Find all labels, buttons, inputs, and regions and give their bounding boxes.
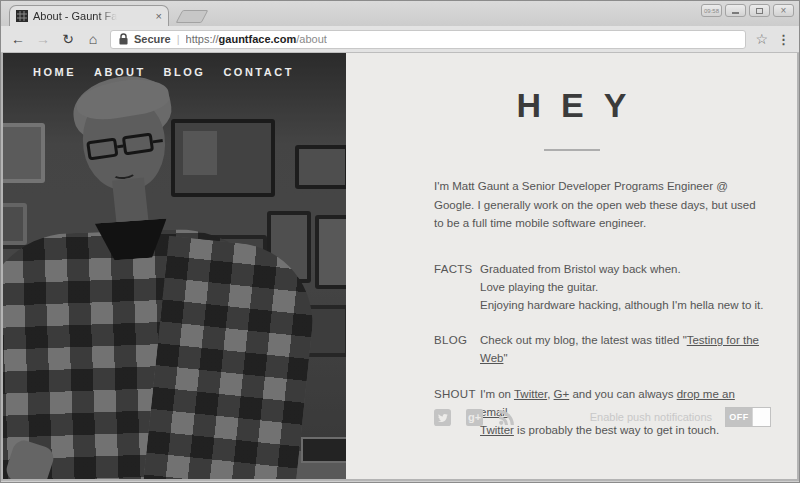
text-segment: Graduated from Bristol way back when.: [480, 263, 681, 275]
minimize-icon: [732, 12, 739, 14]
text-link[interactable]: G+: [554, 388, 570, 400]
forward-icon[interactable]: →: [35, 32, 51, 46]
titlebar-badge: 09:58: [701, 4, 722, 17]
social-links: g+: [434, 409, 515, 426]
text-segment: and you can always: [569, 388, 676, 400]
main-pane: HEY I'm Matt Gaunt a Senior Developer Pr…: [346, 53, 797, 479]
push-notifications-label: Enable push notifications: [590, 411, 712, 423]
hero-photo: HOME ABOUT BLOG CONTACT: [3, 53, 346, 479]
browser-menu-icon[interactable]: ⋮: [777, 33, 790, 46]
reload-icon[interactable]: ↻: [60, 32, 76, 46]
url-text: https://gauntface.com/about: [186, 33, 327, 45]
section-blog: Check out my blog, the latest was titled…: [480, 332, 768, 368]
fact-line: Graduated from Bristol way back when.: [480, 261, 768, 279]
tab-close-icon[interactable]: ×: [156, 11, 162, 22]
url-scheme: https://: [186, 33, 219, 45]
window-controls: 09:58 ×: [701, 4, 794, 17]
title-divider: [544, 149, 600, 151]
titlebar: About - Gaunt Fa × 09:58 ×: [1, 1, 799, 26]
section-label-facts: FACTS: [434, 261, 480, 314]
lock-icon: [119, 33, 128, 45]
site-nav: HOME ABOUT BLOG CONTACT: [33, 66, 294, 78]
blog-line: Check out my blog, the latest was titled…: [480, 332, 768, 368]
page-content: HOME ABOUT BLOG CONTACT HEY I'm Matt Gau…: [1, 53, 799, 481]
site-favicon-icon: [16, 10, 28, 22]
browser-tab[interactable]: About - Gaunt Fa ×: [9, 5, 169, 26]
browser-toolbar: ← → ↻ ⌂ Secure | https://gauntface.com/a…: [1, 26, 799, 53]
page-footer: g+ Enable push notifications OFF: [434, 407, 771, 427]
fact-line: Love playing the guitar.: [480, 279, 768, 297]
address-bar[interactable]: Secure | https://gauntface.com/about: [110, 30, 746, 49]
maximize-icon: [756, 8, 763, 14]
new-tab-button[interactable]: [176, 10, 209, 23]
browser-window: About - Gaunt Fa × 09:58 × ← → ↻ ⌂ Secur…: [0, 0, 800, 483]
security-chip: Secure: [134, 33, 171, 45]
toggle-knob[interactable]: [752, 408, 770, 426]
section-label-blog: BLOG: [434, 332, 480, 368]
omnibox-separator: |: [177, 33, 180, 45]
rss-icon[interactable]: [498, 409, 515, 426]
google-plus-icon[interactable]: g+: [466, 409, 483, 426]
section-facts: Graduated from Bristol way back when. Lo…: [480, 261, 768, 314]
back-icon[interactable]: ←: [10, 32, 26, 46]
bookmark-star-icon[interactable]: ☆: [755, 32, 768, 46]
maximize-button[interactable]: [749, 4, 770, 17]
page-title: HEY: [346, 86, 797, 125]
home-icon[interactable]: ⌂: [85, 32, 101, 46]
fact-line: Enjoying hardware hacking, although I'm …: [480, 297, 768, 315]
text-link[interactable]: Twitter: [514, 388, 547, 400]
close-button[interactable]: ×: [773, 4, 794, 17]
nav-item-home[interactable]: HOME: [33, 66, 76, 78]
toggle-state-label: OFF: [726, 408, 752, 426]
nav-item-contact[interactable]: CONTACT: [223, 66, 293, 78]
intro-paragraph: I'm Matt Gaunt a Senior Developer Progra…: [434, 177, 768, 233]
tab-title: About - Gaunt Fa: [33, 10, 117, 22]
url-path: /about: [296, 33, 327, 45]
push-notifications-control: Enable push notifications OFF: [590, 407, 771, 427]
minimize-button[interactable]: [725, 4, 746, 17]
twitter-icon[interactable]: [434, 409, 451, 426]
text-segment: Enjoying hardware hacking, although I'm …: [480, 299, 763, 311]
nav-item-blog[interactable]: BLOG: [164, 66, 206, 78]
text-segment: I'm on: [480, 388, 514, 400]
close-icon: ×: [781, 6, 787, 16]
photo-dark-overlay: [3, 53, 346, 479]
push-notifications-toggle[interactable]: OFF: [725, 407, 771, 427]
text-segment: Check out my blog, the latest was titled…: [480, 334, 687, 346]
nav-item-about[interactable]: ABOUT: [94, 66, 146, 78]
text-segment: ": [503, 352, 507, 364]
text-segment: Love playing the guitar.: [480, 281, 598, 293]
url-host: gauntface.com: [219, 33, 297, 45]
